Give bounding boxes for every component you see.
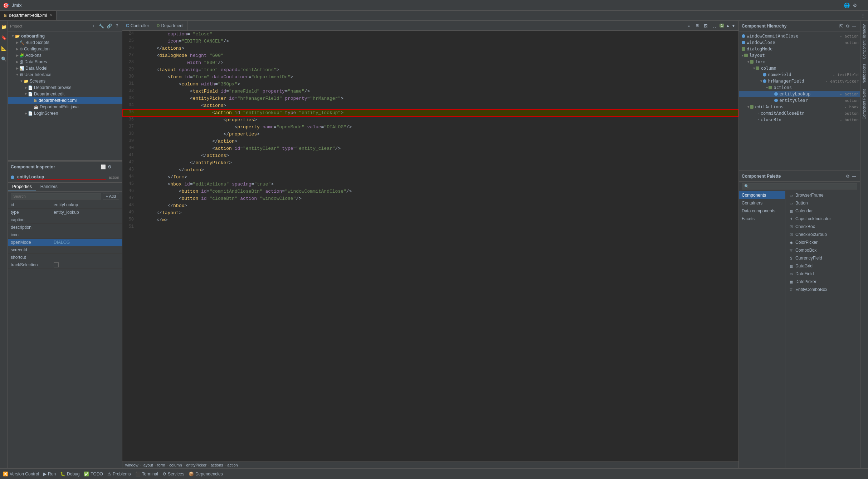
cat-containers[interactable]: Containers [739, 199, 785, 207]
prop-row-screenid[interactable]: screenId [8, 246, 122, 254]
hier-item-entityclear[interactable]: ▶ entityClear - action [739, 97, 860, 104]
minimize-icon[interactable]: — [860, 3, 865, 8]
chain-btn[interactable]: 🔗 [106, 23, 112, 29]
bottom-terminal[interactable]: ⬛ Terminal [135, 471, 158, 476]
tab-handlers[interactable]: Handlers [36, 183, 62, 191]
comp-browserframe[interactable]: ▭ BrowserFrame [785, 191, 860, 199]
hier-item-entitylookup[interactable]: ▶ entityLookup - action [739, 91, 860, 97]
palette-settings-btn[interactable]: ⚙ [844, 173, 851, 179]
hier-item-editactions[interactable]: ▼ editActions - hbox [739, 104, 860, 110]
up-arrow-btn[interactable]: ▲ [726, 23, 730, 28]
text-view-btn[interactable]: ≡ [685, 22, 692, 29]
comp-button[interactable]: ▭ Button [785, 199, 860, 207]
tree-item-configuration[interactable]: ▶ ⚙ Configuration [8, 46, 122, 52]
inspector-search-input[interactable] [11, 193, 101, 199]
file-tab-close[interactable]: ✕ [50, 13, 53, 17]
trackselection-checkbox[interactable] [54, 262, 59, 267]
hier-item-closebtn[interactable]: ▶ · closeBtn - button [739, 117, 860, 123]
prop-row-openmode[interactable]: openMode DIALOG [8, 239, 122, 246]
project-sidebar-icon[interactable]: 📁 [1, 24, 7, 30]
palette-search-input[interactable] [742, 183, 857, 189]
comp-checkboxgroup[interactable]: ☑ CheckBoxGroup [785, 231, 860, 238]
tree-item-addons[interactable]: ▶ 🧩 Add-ons [8, 52, 122, 59]
comp-currencyfield[interactable]: $ CurrencyField [785, 254, 860, 262]
inspector-layout-btn[interactable]: ⬜ [100, 164, 106, 170]
hier-item-windowclose[interactable]: windowClose - action [739, 39, 860, 46]
comp-checkbox[interactable]: ☑ CheckBox [785, 223, 860, 231]
tree-item-dept-edit[interactable]: ▼ 📄 Department.edit [8, 91, 122, 97]
tree-item-data-stores[interactable]: ▶ 🗄 Data Stores [8, 59, 122, 65]
comp-colorpicker[interactable]: ◉ ColorPicker [785, 238, 860, 246]
prop-row-description[interactable]: description [8, 224, 122, 231]
inspector-settings-btn[interactable]: ⚙ [106, 164, 113, 170]
breadcrumb-form[interactable]: form [157, 463, 165, 467]
bottom-debug[interactable]: 🐛 Debug [60, 471, 79, 476]
hier-item-hrmanagerfield[interactable]: ▼ hrManagerField - entityPicker [739, 78, 860, 84]
add-btn[interactable]: + [90, 23, 97, 29]
comp-entitycombobox[interactable]: ▽ EntityComboBox [785, 286, 860, 293]
tree-item-data-model[interactable]: ▶ 📊 Data Model [8, 65, 122, 71]
cat-data-components[interactable]: Data components [739, 207, 785, 215]
sidebar-label-hierarchy[interactable]: Component Hierarchy [862, 22, 867, 61]
bottom-run[interactable]: ▶ Run [43, 471, 56, 476]
hierarchy-expand-btn[interactable]: ⇱ [838, 23, 844, 29]
breadcrumb-actions[interactable]: actions [211, 463, 223, 467]
tab-department[interactable]: D Department [153, 21, 187, 30]
file-tab-active[interactable]: 🗎 department-edit.xml ✕ [0, 11, 57, 20]
globe-icon[interactable]: 🌐 [844, 3, 850, 8]
comp-capslockindicator[interactable]: ⬆ CapsLockIndicator [785, 215, 860, 223]
hier-item-layout[interactable]: ▼ layout [739, 52, 860, 59]
hier-item-windowcommitandclose[interactable]: windowCommitAndClose - action [739, 33, 860, 39]
comp-combobox[interactable]: ▽ ComboBox [785, 246, 860, 254]
tab-controller[interactable]: C Controller [122, 21, 153, 30]
hier-item-column[interactable]: ▼ column [739, 65, 860, 71]
prop-row-trackselection[interactable]: trackSelection [8, 261, 122, 269]
tree-item-dept-edit-xml[interactable]: ▶ 🗎 department-edit.xml [8, 97, 122, 104]
design-view-btn[interactable]: 🖼 [702, 22, 709, 29]
tree-item-dept-browse[interactable]: ▶ 📄 Department.browse [8, 84, 122, 91]
prop-row-icon[interactable]: icon [8, 231, 122, 239]
hierarchy-min-btn[interactable]: — [851, 23, 857, 29]
bottom-services[interactable]: ⚙ Services [162, 471, 184, 476]
tree-item-build-scripts[interactable]: ▶ 🔨 Build Scripts [8, 39, 122, 46]
zoom-btn[interactable]: ⛶ [711, 22, 718, 29]
breadcrumb-window[interactable]: window [125, 463, 138, 467]
more-tabs-icon[interactable]: ⋮ [858, 13, 868, 18]
add-property-button[interactable]: + Add [103, 193, 119, 199]
bookmark-sidebar-icon[interactable]: 🔖 [1, 34, 7, 41]
hier-item-namefield[interactable]: ▶ nameField - textField [739, 71, 860, 78]
bottom-dependencies[interactable]: 📦 Dependencies [189, 471, 223, 476]
tree-item-screens[interactable]: ▼ 📁 Screens [8, 78, 122, 84]
comp-datepicker[interactable]: ▦ DatePicker [785, 278, 860, 286]
breadcrumb-layout[interactable]: layout [142, 463, 153, 467]
tree-item-dept-edit-java[interactable]: ▶ ☕ DepartmentEdit.java [8, 104, 122, 110]
cat-facets[interactable]: Facets [739, 215, 785, 223]
prop-row-caption[interactable]: caption [8, 216, 122, 224]
palette-min-btn[interactable]: — [851, 173, 857, 179]
breadcrumb-entitypicker[interactable]: entityPicker [186, 463, 206, 467]
bottom-todo[interactable]: ✅ TODO [84, 471, 103, 476]
hier-item-commitanclose[interactable]: ▶ · commitAndCloseBtn - button [739, 110, 860, 117]
hier-item-dialogmode[interactable]: dialogMode [739, 46, 860, 52]
breadcrumb-column[interactable]: column [169, 463, 182, 467]
prop-row-id[interactable]: id entityLookup [8, 201, 122, 209]
sidebar-label-palette[interactable]: Component Palette [862, 87, 867, 122]
prop-row-shortcut[interactable]: shortcut [8, 254, 122, 261]
comp-calendar[interactable]: ▦ Calendar [785, 207, 860, 215]
hierarchy-settings-btn[interactable]: ⚙ [844, 23, 851, 29]
structure-sidebar-icon[interactable]: 📐 [1, 45, 7, 51]
split-view-btn[interactable]: ⊟ [694, 22, 701, 29]
question-btn[interactable]: ? [114, 23, 120, 29]
tab-properties[interactable]: Properties [8, 183, 36, 191]
comp-datagrid[interactable]: ▦ DataGrid [785, 262, 860, 270]
tree-item-onboarding[interactable]: ▼ 📂 onboarding [8, 33, 122, 39]
inspector-sidebar-icon[interactable]: 🔍 [1, 56, 7, 62]
bottom-version-control[interactable]: 🔀 Version Control [3, 471, 39, 476]
sidebar-label-notifications[interactable]: Notifications [862, 62, 867, 85]
down-arrow-btn[interactable]: ▼ [731, 23, 736, 28]
hier-item-form[interactable]: ▼ form [739, 59, 860, 65]
tree-item-login[interactable]: ▶ 📄 LoginScreen [8, 110, 122, 117]
prop-row-type[interactable]: type entity_lookup [8, 209, 122, 216]
cat-components[interactable]: Components [739, 191, 785, 199]
breadcrumb-action[interactable]: action [227, 463, 238, 467]
